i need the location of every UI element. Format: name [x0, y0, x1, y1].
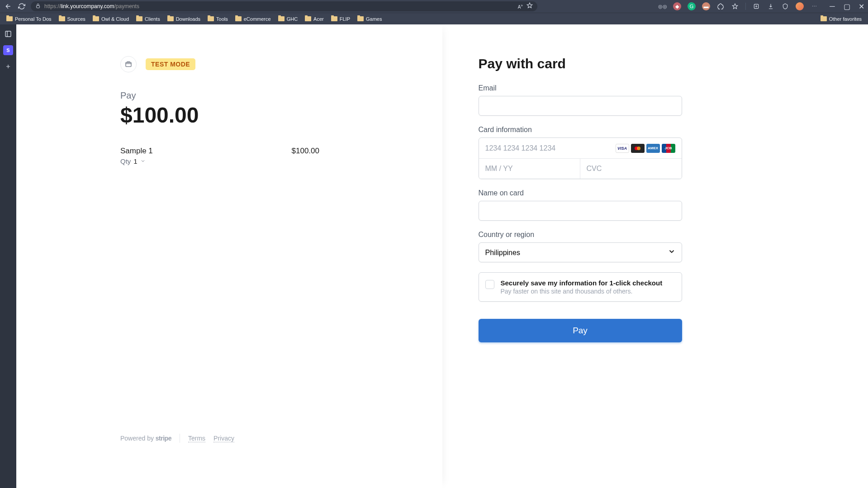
amex-icon: AMEX [646, 144, 660, 153]
quantity-selector[interactable]: Qty 1 [120, 157, 319, 165]
profile-avatar[interactable] [796, 2, 804, 10]
email-input[interactable] [479, 96, 682, 116]
svg-rect-3 [126, 62, 131, 66]
qty-value: 1 [133, 157, 137, 165]
collections-icon[interactable] [752, 2, 760, 10]
bookmark-folder[interactable]: eCommerce [232, 15, 274, 23]
back-button[interactable] [4, 2, 13, 11]
sidebar-app-stripe[interactable]: S [3, 45, 13, 55]
maximize-button[interactable]: ▢ [844, 2, 850, 11]
test-mode-badge: TEST MODE [146, 58, 195, 70]
extension-gamepad-icon[interactable]: ◎◎ [659, 2, 667, 10]
card-expiry-input[interactable] [479, 159, 580, 179]
other-favorites[interactable]: Other favorites [818, 15, 864, 23]
divider [180, 434, 180, 443]
email-field-group: Email [479, 84, 682, 116]
vertical-sidebar: S [0, 24, 16, 488]
bookmark-folder[interactable]: Personal To Dos [4, 15, 54, 23]
extensions-icon[interactable] [716, 2, 725, 10]
bookmark-folder[interactable]: Sources [56, 15, 88, 23]
bookmark-folder[interactable]: FLIP [328, 15, 353, 23]
save-info-title: Securely save my information for 1-click… [501, 279, 663, 287]
browser-essentials-icon[interactable] [781, 2, 789, 10]
card-field-group: Card information VISA AMEX JCB [479, 126, 682, 179]
country-field-group: Country or region Philippines [479, 231, 682, 262]
url-text: https://link.yourcompany.com/payments [44, 3, 139, 9]
folder-icon [59, 16, 65, 21]
folder-icon [235, 16, 242, 21]
bookmark-folder[interactable]: Tools [205, 15, 231, 23]
mastercard-icon [631, 144, 645, 153]
svg-rect-2 [5, 31, 11, 37]
bookmark-bar: Personal To Dos Sources Owl & Cloud Clie… [0, 13, 868, 24]
sidebar-toggle-icon[interactable] [3, 29, 13, 39]
sidebar-add-icon[interactable] [3, 62, 13, 71]
pay-button[interactable]: Pay [479, 319, 682, 342]
line-item-name: Sample 1 [120, 147, 153, 156]
bookmark-folder[interactable]: Games [355, 15, 384, 23]
line-item-price: $100.00 [292, 147, 319, 156]
pay-label: Pay [120, 90, 319, 101]
downloads-icon[interactable] [767, 2, 775, 10]
qty-label: Qty [120, 157, 131, 165]
minimize-button[interactable]: ─ [829, 2, 835, 11]
folder-icon [821, 16, 827, 21]
jcb-icon: JCB [662, 144, 675, 153]
merchant-row: TEST MODE [120, 56, 319, 72]
svg-rect-0 [37, 6, 40, 8]
card-cvc-input[interactable] [580, 159, 682, 179]
save-info-checkbox[interactable] [485, 280, 494, 289]
email-label: Email [479, 84, 682, 92]
powered-by-text: Powered by stripe [120, 435, 171, 442]
visa-icon: VISA [616, 144, 629, 153]
lock-icon [35, 2, 41, 10]
favorite-icon[interactable] [526, 2, 533, 10]
country-label: Country or region [479, 231, 682, 239]
line-item: Sample 1 $100.00 [120, 147, 319, 156]
bookmark-folder[interactable]: Acer [302, 15, 327, 23]
address-bar[interactable]: https://link.yourcompany.com/payments A» [31, 1, 537, 11]
more-menu-icon[interactable]: ⋯ [810, 2, 818, 10]
folder-icon [331, 16, 337, 21]
bookmark-folder[interactable]: GHC [275, 15, 300, 23]
reload-button[interactable] [17, 2, 26, 11]
bookmark-folder[interactable]: Owl & Cloud [90, 15, 132, 23]
bookmark-folder[interactable]: Downloads [165, 15, 203, 23]
folder-icon [6, 16, 13, 21]
extension-adblock-icon[interactable]: ◆ [673, 2, 681, 10]
name-field-group: Name on card [479, 189, 682, 221]
card-number-input[interactable] [485, 138, 616, 158]
reader-mode-icon[interactable]: A» [518, 3, 523, 9]
folder-icon [278, 16, 285, 21]
payment-form-pane: Pay with card Email Card information VIS… [442, 24, 868, 488]
folder-icon [357, 16, 364, 21]
save-info-subtitle: Pay faster on this site and thousands of… [501, 288, 663, 295]
favorites-icon[interactable] [731, 2, 739, 10]
privacy-link[interactable]: Privacy [213, 435, 234, 442]
save-info-box[interactable]: Securely save my information for 1-click… [479, 272, 682, 302]
checkout-footer: Powered by stripe Terms Privacy [120, 434, 234, 443]
folder-icon [93, 16, 99, 21]
name-on-card-input[interactable] [479, 201, 682, 221]
folder-icon [208, 16, 214, 21]
folder-icon [136, 16, 142, 21]
close-window-button[interactable]: ✕ [858, 2, 864, 11]
folder-icon [305, 16, 311, 21]
extension-wallet-icon[interactable]: ▬ [702, 2, 710, 10]
order-summary-pane: TEST MODE Pay $100.00 Sample 1 $100.00 Q… [16, 24, 442, 488]
country-select[interactable]: Philippines [479, 242, 682, 262]
card-box: VISA AMEX JCB [479, 137, 682, 179]
card-brands: VISA AMEX JCB [616, 144, 675, 153]
extension-grammarly-icon[interactable]: G [688, 2, 696, 10]
browser-action-icons: ◎◎ ◆ G ▬ ⋯ ─ ▢ ✕ [659, 2, 864, 11]
merchant-logo [120, 56, 137, 72]
pay-with-card-title: Pay with card [479, 56, 682, 71]
total-amount: $100.00 [120, 103, 319, 128]
browser-toolbar: https://link.yourcompany.com/payments A»… [0, 0, 868, 13]
terms-link[interactable]: Terms [188, 435, 205, 442]
bookmark-folder[interactable]: Clients [133, 15, 163, 23]
checkout-page: TEST MODE Pay $100.00 Sample 1 $100.00 Q… [16, 24, 868, 488]
card-label: Card information [479, 126, 682, 134]
name-label: Name on card [479, 189, 682, 197]
chevron-down-icon [140, 157, 146, 165]
